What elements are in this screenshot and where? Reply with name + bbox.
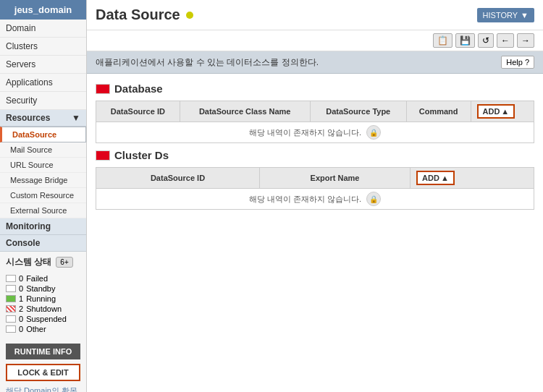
cl-col-id: DataSource ID — [96, 168, 260, 189]
sidebar-console[interactable]: Console — [0, 235, 86, 252]
sidebar-item-urlsource[interactable]: URL Source — [0, 158, 86, 173]
sidebar-item-domain[interactable]: Domain — [0, 20, 86, 38]
database-add-button[interactable]: ADD ▲ — [477, 104, 515, 119]
sidebar-item-mailsource[interactable]: Mail Source — [0, 142, 86, 158]
cl-col-exportname: Export Name — [260, 168, 411, 189]
database-add-label: ADD — [483, 107, 500, 116]
database-title-text: Database — [114, 82, 163, 95]
status-row-failed: 0 Failed — [6, 274, 80, 283]
banner-text: 애플리케이션에서 사용할 수 있는 데이터소스를 정의한다. — [96, 56, 319, 69]
cluster-empty-cell: 해당 내역이 존재하지 않습니다. 🔒 — [96, 189, 534, 210]
other-label: Other — [26, 325, 46, 333]
cluster-lock-overlay-icon: 🔒 — [366, 192, 381, 206]
suspended-count: 0 — [19, 315, 23, 323]
forward-icon-btn[interactable]: → — [517, 33, 534, 48]
sidebar-item-applications[interactable]: Applications — [0, 74, 86, 92]
lock-overlay-icon: 🔒 — [366, 125, 381, 140]
page-title-area: Data Source — [96, 7, 193, 23]
info-banner: 애플리케이션에서 사용할 수 있는 데이터소스를 정의한다. Help ? — [87, 51, 543, 74]
database-empty-row: 해당 내역이 존재하지 않습니다. 🔒 — [96, 122, 534, 143]
history-label: HISTORY — [483, 11, 518, 20]
sidebar-resources-section[interactable]: Resources ▼ — [0, 110, 86, 127]
database-empty-cell: 해당 내역이 존재하지 않습니다. 🔒 — [96, 122, 534, 143]
sidebar-domain[interactable]: jeus_domain — [0, 0, 86, 20]
domain-link[interactable]: 해당 Domain의 활목 — [0, 383, 86, 392]
other-count: 0 — [19, 325, 23, 333]
toolbar: 📋 💾 ↺ ← → — [87, 30, 543, 51]
history-button[interactable]: HISTORY ▼ — [477, 8, 534, 22]
database-table: DataSource ID DataSource Class Name Data… — [96, 101, 534, 143]
cl-add-header: ADD ▲ — [411, 168, 534, 189]
cluster-title-text: Cluster Ds — [114, 149, 169, 161]
cluster-table-header-row: DataSource ID Export Name ADD ▲ — [96, 168, 534, 189]
copy-icon-btn[interactable]: 📋 — [433, 33, 452, 48]
cluster-add-button[interactable]: ADD ▲ — [416, 171, 455, 185]
status-row-suspended: 0 Suspended — [6, 315, 80, 323]
add-icon: ▲ — [441, 174, 449, 182]
running-count: 1 — [19, 294, 23, 303]
db-col-classname: DataSource Class Name — [180, 101, 310, 122]
cluster-empty-row: 해당 내역이 존재하지 않습니다. 🔒 — [96, 189, 534, 210]
failed-count: 0 — [19, 274, 23, 283]
system-status-button[interactable]: 6+ — [56, 257, 72, 268]
sidebar-item-servers[interactable]: Servers — [0, 56, 86, 74]
database-empty-msg: 해당 내역이 존재하지 않습니다. — [249, 128, 361, 137]
suspended-label: Suspended — [26, 315, 67, 323]
sidebar-item-externalsource[interactable]: External Source — [0, 203, 86, 218]
status-row-other: 0 Other — [6, 325, 80, 333]
chevron-icon: ▼ — [72, 113, 80, 123]
help-button[interactable]: Help ? — [501, 56, 534, 69]
sidebar-monitoring[interactable]: Monitoring — [0, 218, 86, 235]
cluster-empty-msg: 해당 내역이 존재하지 않습니다. — [249, 195, 361, 203]
page-title: Data Source — [96, 7, 180, 23]
export-icon-btn[interactable]: 💾 — [455, 33, 475, 48]
status-row-shutdown: 2 Shutdown — [6, 304, 80, 313]
standby-label: Standby — [26, 284, 55, 293]
cluster-add-label: ADD — [422, 174, 439, 182]
main-header: Data Source HISTORY ▼ — [87, 0, 543, 30]
back-icon-btn[interactable]: ← — [497, 33, 514, 48]
shutdown-indicator — [6, 305, 16, 312]
shutdown-count: 2 — [19, 304, 23, 313]
status-row-running: 1 Running — [6, 294, 80, 303]
running-indicator — [6, 295, 16, 302]
running-label: Running — [26, 294, 56, 303]
failed-indicator — [6, 275, 16, 282]
sidebar-item-clusters[interactable]: Clusters — [0, 38, 86, 56]
suspended-indicator — [6, 315, 16, 323]
db-col-command: Command — [406, 101, 471, 122]
failed-label: Failed — [26, 274, 48, 283]
cluster-section-title: Cluster Ds — [96, 149, 534, 161]
chevron-down-icon: ▼ — [521, 11, 529, 20]
standby-count: 0 — [19, 284, 23, 293]
sidebar-item-customresource[interactable]: Custom Resource — [0, 188, 86, 203]
title-status-indicator — [186, 12, 193, 19]
main-content: Data Source HISTORY ▼ 📋 💾 ↺ ← → 애플리케이션에서… — [87, 0, 543, 392]
system-status-section: 시스템 상태 6+ — [0, 252, 86, 273]
system-status-label: 시스템 상태 — [6, 256, 51, 268]
other-indicator — [6, 325, 16, 333]
sidebar-item-security[interactable]: Security — [0, 92, 86, 110]
status-list: 0 Failed 0 Standby 1 Running 2 Shutdown … — [0, 273, 86, 341]
cluster-table: DataSource ID Export Name ADD ▲ 해당 내역이 존… — [96, 167, 534, 210]
database-table-header-row: DataSource ID DataSource Class Name Data… — [96, 101, 534, 122]
db-col-type: DataSource Type — [310, 101, 406, 122]
sidebar-item-messagebridge[interactable]: Message Bridge — [0, 173, 86, 188]
add-icon: ▲ — [501, 107, 509, 116]
database-section-title: Database — [96, 82, 534, 95]
lock-edit-button[interactable]: LOCK & EDIT — [6, 364, 80, 381]
shutdown-label: Shutdown — [26, 304, 62, 313]
sidebar-resources-label: Resources — [6, 113, 50, 123]
sidebar-item-datasource[interactable]: DataSource — [0, 127, 86, 142]
sidebar: jeus_domain Domain Clusters Servers Appl… — [0, 0, 87, 392]
runtime-info-button[interactable]: RUNTIME INFO — [6, 344, 80, 359]
cluster-flag-icon — [96, 150, 110, 161]
refresh-icon-btn[interactable]: ↺ — [478, 33, 494, 48]
db-add-header: ADD ▲ — [471, 101, 534, 122]
db-col-id: DataSource ID — [96, 101, 180, 122]
database-flag-icon — [96, 84, 110, 94]
content-area: Database DataSource ID DataSource Class … — [87, 74, 543, 392]
status-row-standby: 0 Standby — [6, 284, 80, 293]
standby-indicator — [6, 285, 16, 292]
